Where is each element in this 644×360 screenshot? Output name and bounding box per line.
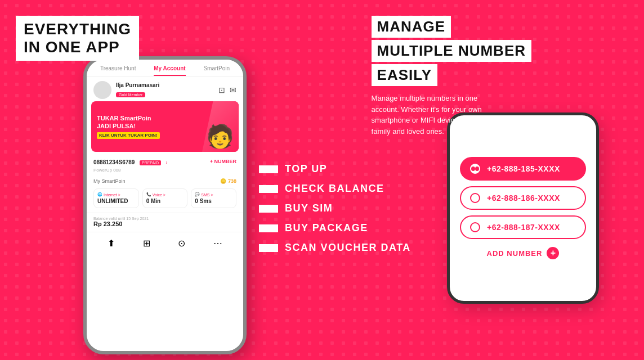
- add-number-link[interactable]: + NUMBER: [210, 159, 236, 164]
- phone-left-mockup: Treasure Hunt My Account SmartPoin Ilja …: [83, 56, 247, 354]
- feature-bar: [259, 205, 278, 213]
- headline-line2: IN ONE APP: [24, 38, 131, 56]
- balance-label: Balance valid until 15 Sep 2021: [93, 217, 236, 220]
- phone-number-tag: PREPAID: [140, 160, 161, 165]
- balance-value: Rp 23.250: [93, 220, 236, 227]
- banner-line1: TUKAR SmartPoin: [97, 114, 160, 122]
- banner-line2: JADI PULSA!: [97, 122, 160, 130]
- sms-icon: 💬: [195, 192, 200, 197]
- smartpoin-label: My SmartPoin: [93, 178, 126, 184]
- number-option-1[interactable]: +62-888-185-XXXX: [460, 157, 586, 181]
- feature-bar: [259, 165, 278, 173]
- phone-bottom-nav: ⬆ ⊞ ⊙ ⋯: [87, 232, 243, 249]
- phone-left-inner: Treasure Hunt My Account SmartPoin Ilja …: [87, 60, 243, 351]
- right-headline-line1: MANAGE: [372, 16, 451, 38]
- banner-cta[interactable]: KLIK UNTUK TUKAR POIN!: [97, 132, 160, 139]
- internet-icon: 🌐: [97, 192, 102, 197]
- feature-bar: [259, 224, 278, 232]
- card-value-sms: 0 Sms: [195, 198, 232, 204]
- tab-my-account[interactable]: My Account: [154, 65, 185, 76]
- feature-label: SCAN VOUCHER DATA: [285, 242, 411, 254]
- tab-treasure-hunt[interactable]: Treasure Hunt: [100, 65, 136, 76]
- avatar: [93, 81, 111, 99]
- phone-data-cards: 🌐 Internet > UNLIMITED 📞 Voice > 0 Min 💬…: [87, 186, 243, 210]
- phone-number-row: 08881234S6789 PREPAID › + NUMBER: [87, 152, 243, 168]
- right-headline-desc: Manage multiple numbers in one account. …: [372, 93, 507, 137]
- right-headline-line2: MULTIPLE NUMBER: [372, 40, 531, 62]
- card-title-voice: 📞 Voice >: [146, 192, 184, 197]
- feature-label: CHECK BALANCE: [285, 183, 384, 195]
- radio-unchecked: [470, 193, 480, 203]
- phone-tabs: Treasure Hunt My Account SmartPoin: [87, 60, 243, 76]
- radio-unchecked: [470, 222, 480, 232]
- feature-bar: [259, 185, 278, 193]
- data-card-voice: 📞 Voice > 0 Min: [142, 188, 188, 208]
- smartpoin-value: 🪙 738: [220, 178, 236, 184]
- feature-buy-sim: BUY SIM: [259, 202, 411, 214]
- phone-smartpoin-row: My SmartPoin 🪙 738: [87, 176, 243, 186]
- phone-header-icons: ⊡ ✉: [218, 86, 236, 94]
- nav-home-icon[interactable]: ⬆: [108, 238, 115, 249]
- phone-banner: TUKAR SmartPoin JADI PULSA! KLIK UNTUK T…: [91, 101, 239, 152]
- add-number-row: ADD NUMBER +: [460, 247, 586, 259]
- number-option-3[interactable]: +62-888-187-XXXX: [460, 215, 586, 239]
- username: Ilja Purnamasari: [116, 82, 159, 88]
- data-card-internet: 🌐 Internet > UNLIMITED: [93, 188, 139, 208]
- phone-balance-row: Balance valid until 15 Sep 2021 Rp 23.25…: [87, 213, 243, 228]
- feature-check-balance: CHECK BALANCE: [259, 183, 411, 195]
- voice-icon: 📞: [146, 192, 151, 197]
- headline-line1: EVERYTHING: [24, 20, 131, 38]
- feature-scan-voucher: SCAN VOUCHER DATA: [259, 242, 411, 254]
- features-list: TOP UP CHECK BALANCE BUY SIM BUY PACKAGE…: [259, 163, 411, 254]
- mail-icon[interactable]: ✉: [230, 86, 236, 94]
- headline-right: MANAGE MULTIPLE NUMBER EASILY Manage mul…: [372, 16, 531, 137]
- feature-bar: [259, 244, 278, 252]
- number-value-2: +62-888-186-XXXX: [487, 194, 560, 202]
- banner-text: TUKAR SmartPoin JADI PULSA! KLIK UNTUK T…: [97, 114, 160, 140]
- card-title-sms: 💬 SMS >: [195, 192, 232, 197]
- add-number-label: ADD NUMBER: [487, 249, 543, 258]
- number-value-1: +62-888-185-XXXX: [487, 164, 560, 173]
- user-badge: Gold Member: [116, 92, 145, 97]
- nav-more-icon[interactable]: ⋯: [213, 238, 222, 249]
- phone-user-info: Ilja Purnamasari Gold Member: [93, 81, 159, 99]
- feature-buy-package: BUY PACKAGE: [259, 222, 411, 234]
- feature-label: BUY PACKAGE: [285, 222, 368, 234]
- number-value-3: +62-888-187-XXXX: [487, 223, 560, 232]
- right-headline-line3: EASILY: [372, 64, 438, 86]
- tab-smartpoin[interactable]: SmartPoin: [203, 65, 230, 76]
- card-title-internet: 🌐 Internet >: [97, 192, 135, 197]
- phone-right-mockup: +62-888-185-XXXX +62-888-186-XXXX +62-88…: [447, 112, 599, 304]
- data-card-sms: 💬 SMS > 0 Sms: [191, 188, 236, 208]
- nav-qr-icon[interactable]: ⊞: [143, 238, 150, 249]
- phone-number: 08881234S6789: [93, 159, 135, 165]
- card-value-voice: 0 Min: [146, 198, 184, 204]
- radio-checked: [470, 164, 480, 174]
- feature-label: BUY SIM: [285, 202, 333, 214]
- expand-icon[interactable]: ⊡: [218, 86, 225, 94]
- feature-top-up: TOP UP: [259, 163, 411, 175]
- phone-user-row: Ilja Purnamasari Gold Member ⊡ ✉: [87, 76, 243, 101]
- feature-label: TOP UP: [285, 163, 327, 175]
- phone-number-info: 08881234S6789 PREPAID ›: [93, 156, 168, 166]
- banner-figure: [202, 101, 239, 152]
- nav-menu-icon[interactable]: ⊙: [178, 238, 185, 249]
- number-option-2[interactable]: +62-888-186-XXXX: [460, 186, 586, 210]
- phone-sub-label: PowerUp 008: [87, 168, 243, 176]
- card-value-internet: UNLIMITED: [97, 198, 135, 204]
- add-number-button[interactable]: +: [547, 247, 559, 259]
- headline-left: EVERYTHING IN ONE APP: [16, 16, 139, 61]
